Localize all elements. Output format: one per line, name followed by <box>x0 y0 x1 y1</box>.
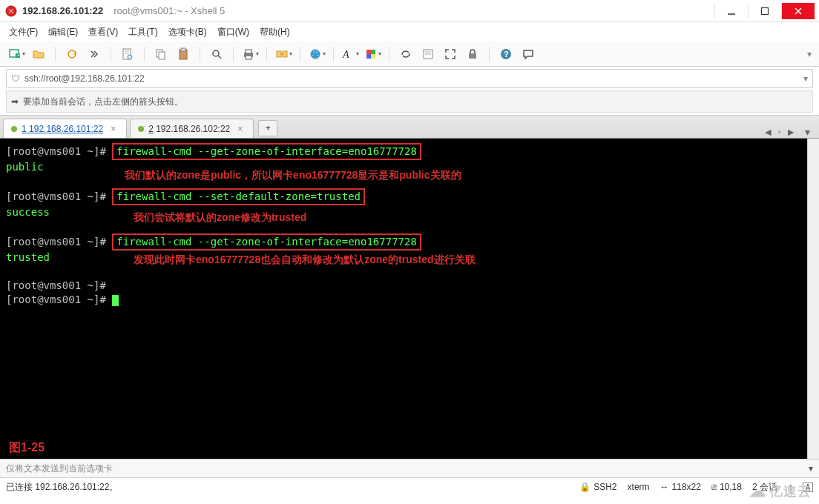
svg-rect-19 <box>277 51 281 57</box>
address-bar[interactable]: 🛡 ssh://root@192.168.26.101:22 ▾ <box>6 69 813 88</box>
terminal-output-1: public <box>6 161 44 173</box>
maximize-button[interactable] <box>748 3 781 19</box>
hint-text: 要添加当前会话，点击左侧的箭头按钮。 <box>23 96 183 108</box>
address-dropdown-icon[interactable]: ▾ <box>803 73 808 84</box>
hint-arrow-icon[interactable]: ➡ <box>11 96 19 107</box>
lock-icon: 🛡 <box>11 73 20 84</box>
comment-icon[interactable] <box>519 45 537 63</box>
annotation-3: 发现此时网卡eno16777728也会自动和修改为默认zone的trusted进… <box>134 253 476 267</box>
svg-text:?: ? <box>504 50 509 59</box>
status-term: xterm <box>628 482 650 492</box>
svg-rect-26 <box>366 54 371 59</box>
terminal-output-3: trusted <box>6 251 50 263</box>
send-bar-dropdown-icon[interactable]: ▾ <box>809 463 813 474</box>
properties-button[interactable] <box>119 45 136 63</box>
paste-button[interactable] <box>174 45 192 63</box>
figure-label: 图1-25 <box>9 440 45 454</box>
tab-prev-icon[interactable]: ◄ <box>763 126 773 138</box>
title-address: 192.168.26.101:22 <box>22 5 103 16</box>
menu-file[interactable]: 文件(F) <box>9 26 38 39</box>
svg-line-15 <box>218 56 221 59</box>
color-button[interactable]: ▾ <box>364 45 381 63</box>
new-session-button[interactable]: +▾ <box>7 45 25 63</box>
svg-rect-20 <box>283 51 287 57</box>
status-cursor: ⎚10,18 <box>711 482 742 492</box>
send-bar[interactable]: 仅将文本发送到当前选项卡 ▾ <box>0 459 819 478</box>
tab-next-icon[interactable]: ► <box>786 126 796 138</box>
close-button[interactable] <box>781 3 815 19</box>
svg-rect-24 <box>366 50 371 54</box>
terminal-command-2: firewall-cmd --set-default-zone=trusted <box>112 188 365 205</box>
status-bar: 已连接 192.168.26.101:22。 🔒SSH2 xterm ↔118x… <box>0 478 819 496</box>
tab-1[interactable]: 1 192.168.26.101:22 × <box>3 119 127 138</box>
svg-rect-31 <box>469 53 476 59</box>
app-icon <box>4 4 18 18</box>
fullscreen-button[interactable] <box>441 45 459 63</box>
annotation-2: 我们尝试将默认的zone修改为trusted <box>134 210 306 225</box>
tab-nav: ◄ • ► ▾ <box>763 126 810 138</box>
status-protocol: 🔒SSH2 <box>579 482 616 492</box>
globe-button[interactable]: ▾ <box>308 45 326 63</box>
toolbar: +▾ ▾ ▾ ▾ A▾ ▾ ? ▾ <box>0 42 819 67</box>
terminal-area: [root@vms001 ~]# firewall-cmd --get-zone… <box>0 139 819 459</box>
help-icon[interactable]: ? <box>497 45 515 63</box>
cloud-icon: ☁ <box>749 482 766 501</box>
svg-rect-25 <box>371 50 375 54</box>
spin-button[interactable] <box>397 45 415 63</box>
terminal-command-3: firewall-cmd --get-zone-of-interface=eno… <box>112 233 421 251</box>
svg-rect-18 <box>246 56 251 59</box>
svg-rect-13 <box>181 48 185 51</box>
lock-button[interactable] <box>464 45 481 63</box>
tab-close-icon[interactable]: × <box>237 124 243 134</box>
open-button[interactable] <box>30 45 47 63</box>
tab-menu-icon[interactable]: ▾ <box>805 126 810 138</box>
address-text: ssh://root@192.168.26.101:22 <box>24 73 145 84</box>
tab-2[interactable]: 2 192.168.26.102:22 × <box>130 119 254 138</box>
watermark: ☁ 亿速云 <box>749 482 812 501</box>
svg-point-14 <box>213 50 219 56</box>
svg-rect-11 <box>159 52 165 59</box>
print-button[interactable]: ▾ <box>241 45 259 63</box>
status-size: ↔118x22 <box>660 482 701 492</box>
terminal-scrollbar[interactable] <box>807 139 819 459</box>
menubar: 文件(F) 编辑(E) 查看(V) 工具(T) 选项卡(B) 窗口(W) 帮助(… <box>0 22 819 42</box>
terminal-output-2: success <box>6 206 50 218</box>
svg-text:A: A <box>342 49 349 60</box>
find-button[interactable] <box>208 45 226 63</box>
file-transfer-button[interactable]: ▾ <box>274 45 292 63</box>
disconnect-button[interactable] <box>85 45 103 63</box>
menu-help[interactable]: 帮助(H) <box>260 26 290 39</box>
toolbar-overflow[interactable]: ▾ <box>807 49 812 59</box>
minimize-button[interactable] <box>714 3 748 19</box>
terminal-cursor <box>112 295 119 306</box>
annotation-1: 我们默认的zone是public，所以网卡eno16777728显示是和publ… <box>125 168 461 182</box>
reconnect-button[interactable] <box>63 45 81 63</box>
menu-tools[interactable]: 工具(T) <box>128 26 157 39</box>
status-connected: 已连接 192.168.26.101:22。 <box>6 481 118 494</box>
terminal[interactable]: [root@vms001 ~]# firewall-cmd --get-zone… <box>0 139 807 459</box>
hint-bar: ➡ 要添加当前会话，点击左侧的箭头按钮。 <box>6 90 813 113</box>
tab-bar: 1 192.168.26.101:22 × 2 192.168.26.102:2… <box>0 115 819 139</box>
status-dot-icon <box>138 126 144 132</box>
send-bar-placeholder: 仅将文本发送到当前选项卡 <box>6 462 113 475</box>
compose-button[interactable] <box>419 45 437 63</box>
title-app: root@vms001:~ - Xshell 5 <box>114 5 225 16</box>
menu-window[interactable]: 窗口(W) <box>217 26 249 39</box>
status-dot-icon <box>11 126 17 132</box>
svg-point-9 <box>128 55 132 59</box>
tab-add-button[interactable]: + <box>258 120 277 136</box>
menu-edit[interactable]: 编辑(E) <box>48 26 78 39</box>
titlebar: 192.168.26.101:22 root@vms001:~ - Xshell… <box>0 0 819 22</box>
svg-rect-2 <box>762 7 769 14</box>
menu-view[interactable]: 查看(V) <box>88 26 118 39</box>
tab-close-icon[interactable]: × <box>111 124 116 134</box>
font-button[interactable]: A▾ <box>341 45 359 63</box>
svg-text:+: + <box>17 53 20 58</box>
svg-rect-17 <box>246 50 251 53</box>
svg-rect-27 <box>371 54 375 59</box>
copy-button[interactable] <box>152 45 170 63</box>
terminal-command-1: firewall-cmd --get-zone-of-interface=eno… <box>112 143 421 160</box>
menu-tab[interactable]: 选项卡(B) <box>168 26 207 39</box>
